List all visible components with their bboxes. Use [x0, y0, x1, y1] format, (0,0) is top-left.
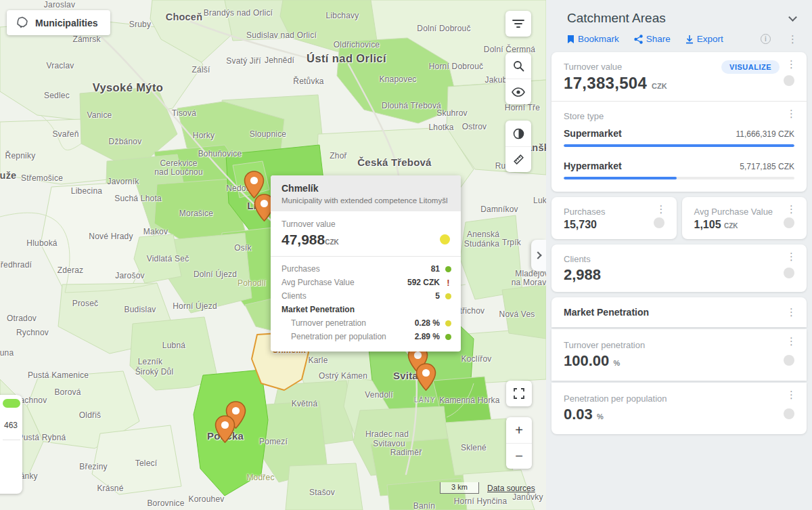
metric-value: 81	[431, 264, 440, 274]
kebab-menu-icon[interactable]: ⋮	[784, 108, 798, 119]
map-canvas[interactable]: JaroslavChoceňBrandýs nad OrlicíLibchavy…	[0, 0, 546, 510]
search-button[interactable]	[505, 53, 531, 79]
purchases-label: Purchases	[564, 207, 664, 217]
page-title: Catchment Areas	[567, 11, 666, 26]
filter-control	[505, 11, 531, 37]
metric-label: Purchases	[281, 264, 431, 274]
data-sources-link[interactable]: Data sources	[487, 484, 535, 493]
purchases-section: Purchases 15,730 ⋮	[551, 197, 677, 239]
chevron-down-icon[interactable]	[788, 13, 797, 22]
metric-value: 5	[435, 291, 440, 301]
status-dot-green	[445, 334, 451, 340]
avg-purchase-value: 1,105 CZK	[694, 219, 795, 231]
tooltip-metric-row: Penetration per population2.89 %	[281, 330, 451, 343]
share-button[interactable]: Share	[634, 34, 671, 44]
penetration-per-population-row: Penetration per population 0.03 % ⋮	[551, 383, 807, 434]
panel-header: Catchment Areas	[546, 0, 812, 26]
zoom-out-button[interactable]: −	[506, 443, 532, 469]
map-toggle-dot[interactable]	[654, 217, 664, 228]
market-penetration-header: Market Penetration ⋮	[551, 297, 807, 327]
turnover-section: Turnover value 17,383,504 CZK VISUALIZE …	[551, 52, 807, 101]
tooltip-metric-row: Clients5	[281, 289, 451, 303]
fullscreen-control	[506, 381, 532, 406]
clients-section: Clients 2,988 ⋮	[551, 245, 807, 292]
metric-label: Market Penetration	[281, 305, 445, 314]
tooltip-header: Chmelík Municipality with extended compe…	[271, 175, 461, 211]
map-tooltip: Chmelík Municipality with extended compe…	[271, 175, 461, 352]
tooltip-subtitle: Municipality with extended competence Li…	[281, 196, 450, 205]
municipalities-button[interactable]: Municipalities	[7, 10, 110, 35]
market-penetration-card: Market Penetration ⋮ Turnover penetratio…	[551, 297, 807, 434]
map-toggle-dot[interactable]	[784, 217, 794, 228]
contrast-icon	[513, 128, 524, 140]
store-type-section: Store type ⋮	[551, 102, 807, 124]
kebab-menu-icon[interactable]: ⋮	[784, 204, 798, 214]
metric-value: 2.89 %	[415, 332, 440, 341]
visibility-button[interactable]	[505, 79, 531, 104]
export-icon	[685, 35, 694, 44]
kebab-menu-icon[interactable]: ⋮	[784, 336, 798, 346]
tooltip-title: Chmelík	[281, 183, 450, 194]
store-type-row-hypermarket: Hypermarket 5,717,185 CZK	[551, 156, 807, 192]
eye-icon	[512, 87, 525, 97]
bar-track	[564, 144, 794, 147]
clients-card: Clients 2,988 ⋮	[551, 245, 807, 292]
metric-label: Penetration per population	[281, 332, 415, 341]
info-icon[interactable]: i	[761, 34, 771, 44]
store-name: Hypermarket	[564, 161, 622, 171]
municipalities-button-label: Municipalities	[35, 18, 98, 28]
ruler-icon	[513, 154, 524, 165]
penetration-per-population-label: Penetration per population	[564, 394, 794, 404]
map-toggle-dot[interactable]	[784, 408, 794, 419]
avg-purchase-unit: CZK	[724, 222, 738, 230]
style-measure-controls	[505, 121, 531, 172]
measure-button[interactable]	[505, 146, 531, 172]
status-dot-yellow	[440, 234, 450, 245]
panel-collapse-tab[interactable]	[531, 240, 546, 271]
kebab-menu-icon[interactable]: ⋮	[786, 34, 800, 44]
export-button[interactable]: Export	[685, 34, 723, 44]
app-root: JaroslavChoceňBrandýs nad OrlicíLibchavy…	[0, 0, 812, 510]
metric-label: Clients	[281, 291, 435, 301]
alert-icon: !	[445, 280, 451, 286]
avg-purchase-label: Avg Purchase Value	[694, 207, 795, 217]
map-pin[interactable]	[415, 363, 436, 391]
kebab-menu-icon[interactable]: ⋮	[654, 204, 669, 214]
tooltip-metric-label: Turnover value	[281, 219, 450, 229]
filter-button[interactable]	[505, 11, 531, 37]
map-toggle-dot[interactable]	[784, 75, 794, 86]
metric-value: 0.28 %	[415, 318, 440, 328]
legend-value: 463	[4, 421, 18, 430]
kebab-menu-icon[interactable]: ⋮	[784, 307, 798, 317]
share-icon	[634, 35, 643, 44]
tooltip-metric-row: Purchases81	[281, 262, 451, 276]
contrast-button[interactable]	[505, 121, 531, 146]
fullscreen-button[interactable]	[506, 381, 532, 406]
search-eye-controls	[505, 53, 531, 104]
kebab-menu-icon[interactable]: ⋮	[784, 251, 798, 261]
percent-unit: %	[597, 412, 604, 421]
turnover-penetration-row: Turnover penetration 100.00 % ⋮	[551, 329, 807, 381]
visualize-badge[interactable]: VISUALIZE	[721, 60, 780, 74]
panel-actions: Bookmark Share Export i ⋮	[546, 26, 812, 44]
zoom-in-button[interactable]: +	[506, 417, 532, 443]
map-toggle-dot[interactable]	[784, 355, 794, 366]
kebab-menu-icon[interactable]: ⋮	[784, 59, 798, 69]
tooltip-turnover-section: Turnover value 47,988CZK	[271, 211, 461, 256]
clients-value: 2,988	[564, 266, 794, 284]
map-toggle-dot[interactable]	[784, 268, 794, 278]
status-dot-green	[445, 266, 451, 272]
map-pin[interactable]	[215, 415, 235, 443]
bookmark-button[interactable]: Bookmark	[567, 34, 619, 44]
bookmark-icon	[567, 35, 574, 44]
municipality-shape-icon	[15, 16, 28, 29]
zoom-controls: + −	[506, 417, 532, 469]
avg-purchase-card: Avg Purchase Value 1,105 CZK ⋮	[682, 197, 807, 239]
store-value: 11,666,319 CZK	[736, 129, 794, 139]
purchases-card: Purchases 15,730 ⋮	[551, 197, 677, 239]
share-label: Share	[646, 34, 671, 44]
map-scale-bar: 3 km	[440, 482, 479, 494]
turnover-penetration-label: Turnover penetration	[564, 340, 794, 350]
kebab-menu-icon[interactable]: ⋮	[784, 389, 798, 400]
chevron-right-icon	[534, 251, 541, 259]
